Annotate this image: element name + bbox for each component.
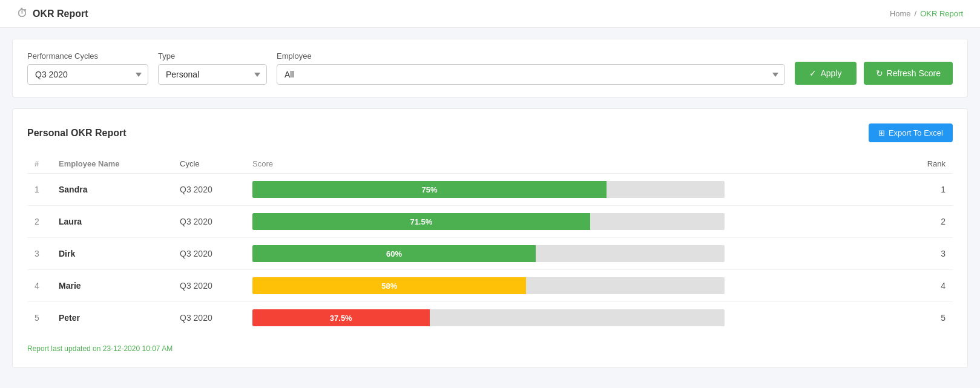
filter-section: Performance Cycles Q3 2020 Q2 2020 Q1 20… xyxy=(12,39,968,97)
col-header-cycle: Cycle xyxy=(173,154,245,174)
page-title-text: OKR Report xyxy=(33,8,88,19)
score-bar-track: 75% xyxy=(252,181,725,198)
main-section: Personal OKR Report ⊞ Export To Excel # … xyxy=(12,108,968,368)
row-score: 75% xyxy=(245,174,916,206)
score-bar-track: 58% xyxy=(252,277,725,294)
row-cycle: Q3 2020 xyxy=(173,206,245,238)
score-bar-track: 71.5% xyxy=(252,213,725,230)
score-bar-fill: 71.5% xyxy=(252,213,590,230)
checkmark-icon: ✓ xyxy=(809,68,817,78)
breadcrumb: Home / OKR Report xyxy=(890,9,963,18)
refresh-score-button[interactable]: ↻ Refresh Score xyxy=(864,62,953,85)
report-title: Personal OKR Report xyxy=(27,128,127,139)
row-rank: 4 xyxy=(916,270,953,302)
row-score: 37.5% xyxy=(245,302,916,334)
table-row: 1 Sandra Q3 2020 75% 1 xyxy=(27,174,953,206)
breadcrumb-separator: / xyxy=(915,9,917,18)
performance-cycles-label: Performance Cycles xyxy=(27,51,148,61)
refresh-label: Refresh Score xyxy=(887,68,941,78)
row-rank: 3 xyxy=(916,238,953,270)
score-bar-container: 71.5% xyxy=(252,213,909,230)
table-row: 5 Peter Q3 2020 37.5% 5 xyxy=(27,302,953,334)
col-header-rank: Rank xyxy=(916,154,953,174)
col-header-num: # xyxy=(27,154,51,174)
row-score: 60% xyxy=(245,238,916,270)
type-group: Type Personal Team Company xyxy=(158,51,267,85)
row-score: 58% xyxy=(245,270,916,302)
row-rank: 5 xyxy=(916,302,953,334)
row-rank: 2 xyxy=(916,206,953,238)
refresh-icon: ↻ xyxy=(876,68,883,78)
score-bar-fill: 75% xyxy=(252,181,607,198)
score-bar-fill: 58% xyxy=(252,277,526,294)
table-header-row: # Employee Name Cycle Score Rank xyxy=(27,154,953,174)
clock-icon: ⏱ xyxy=(17,7,28,20)
score-bar-track: 37.5% xyxy=(252,309,725,326)
filter-buttons: ✓ Apply ↻ Refresh Score xyxy=(795,62,953,85)
last-updated: Report last updated on 23-12-2020 10:07 … xyxy=(27,344,953,353)
row-cycle: Q3 2020 xyxy=(173,302,245,334)
employee-group: Employee All xyxy=(277,51,785,85)
export-icon: ⊞ xyxy=(878,128,885,137)
row-employee-name: Marie xyxy=(51,270,173,302)
score-bar-container: 75% xyxy=(252,181,909,198)
breadcrumb-current: OKR Report xyxy=(920,9,963,18)
type-label: Type xyxy=(158,51,267,61)
main-header: Personal OKR Report ⊞ Export To Excel xyxy=(27,123,953,142)
filter-row: Performance Cycles Q3 2020 Q2 2020 Q1 20… xyxy=(27,51,953,85)
row-num: 2 xyxy=(27,206,51,238)
row-cycle: Q3 2020 xyxy=(173,174,245,206)
apply-button[interactable]: ✓ Apply xyxy=(795,62,856,85)
type-select[interactable]: Personal Team Company xyxy=(158,64,267,85)
row-num: 4 xyxy=(27,270,51,302)
table-row: 4 Marie Q3 2020 58% 4 xyxy=(27,270,953,302)
row-num: 1 xyxy=(27,174,51,206)
export-label: Export To Excel xyxy=(889,128,943,137)
table-row: 3 Dirk Q3 2020 60% 3 xyxy=(27,238,953,270)
performance-cycles-group: Performance Cycles Q3 2020 Q2 2020 Q1 20… xyxy=(27,51,148,85)
row-num: 3 xyxy=(27,238,51,270)
score-bar-container: 58% xyxy=(252,277,909,294)
row-num: 5 xyxy=(27,302,51,334)
score-bar-container: 37.5% xyxy=(252,309,909,326)
row-employee-name: Sandra xyxy=(51,174,173,206)
row-employee-name: Peter xyxy=(51,302,173,334)
score-bar-fill: 37.5% xyxy=(252,309,430,326)
performance-cycles-select[interactable]: Q3 2020 Q2 2020 Q1 2020 xyxy=(27,64,148,85)
export-to-excel-button[interactable]: ⊞ Export To Excel xyxy=(869,123,953,142)
score-bar-track: 60% xyxy=(252,245,725,262)
row-cycle: Q3 2020 xyxy=(173,270,245,302)
score-bar-fill: 60% xyxy=(252,245,536,262)
employee-label: Employee xyxy=(277,51,785,61)
row-cycle: Q3 2020 xyxy=(173,238,245,270)
score-bar-container: 60% xyxy=(252,245,909,262)
row-employee-name: Dirk xyxy=(51,238,173,270)
row-score: 71.5% xyxy=(245,206,916,238)
table-row: 2 Laura Q3 2020 71.5% 2 xyxy=(27,206,953,238)
page-title: ⏱ OKR Report xyxy=(17,7,88,20)
row-rank: 1 xyxy=(916,174,953,206)
employee-select[interactable]: All xyxy=(277,64,785,85)
top-bar: ⏱ OKR Report Home / OKR Report xyxy=(0,0,980,28)
breadcrumb-home[interactable]: Home xyxy=(890,9,911,18)
apply-label: Apply xyxy=(820,68,841,78)
col-header-score: Score xyxy=(245,154,916,174)
report-table: # Employee Name Cycle Score Rank 1 Sandr… xyxy=(27,154,953,334)
col-header-employee-name: Employee Name xyxy=(51,154,173,174)
row-employee-name: Laura xyxy=(51,206,173,238)
